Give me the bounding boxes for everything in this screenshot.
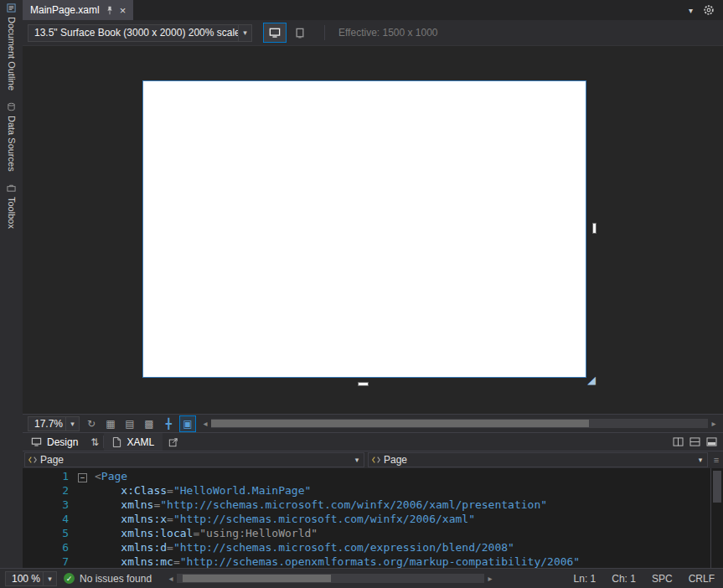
- gear-icon[interactable]: [703, 4, 715, 16]
- breadcrumb-left-value: Page: [40, 454, 350, 466]
- swap-panes-icon[interactable]: ⇅: [86, 436, 103, 448]
- xml-element-icon: [369, 455, 384, 465]
- issues-indicator[interactable]: ✓ No issues found: [64, 573, 152, 585]
- resize-handle-right[interactable]: [592, 223, 596, 234]
- status-bar: 100 % ▾ ✓ No issues found ◂ ▸ Ln: 1 Ch: …: [0, 568, 723, 588]
- fold-margin: [76, 526, 90, 540]
- scroll-left-icon[interactable]: ◂: [199, 419, 211, 428]
- designer-horizontal-scrollbar[interactable]: ◂ ▸: [199, 419, 720, 428]
- chevron-down-icon[interactable]: ▾: [65, 417, 79, 431]
- sidebar-tab-document-outline[interactable]: Document Outline: [7, 3, 17, 90]
- document-tab-bar: MainPage.xaml × ▾: [23, 0, 723, 20]
- fold-collapse-icon[interactable]: −: [78, 473, 87, 482]
- scrollbar-thumb[interactable]: [211, 420, 589, 427]
- scrollbar-track[interactable]: [211, 419, 708, 428]
- sidebar-tab-label: Toolbox: [7, 197, 17, 229]
- designer-zoom-value: 17.7%: [28, 418, 65, 430]
- document-tab-label: MainPage.xaml: [30, 4, 100, 16]
- line-number[interactable]: 5: [23, 526, 76, 540]
- vertical-split-icon[interactable]: [673, 437, 684, 446]
- designer-status-bar: 17.7% ▾ ↻ ▦ ▤ ▩ ╋ ▣ ◂ ▸: [23, 414, 723, 432]
- designer-zoom-dropdown[interactable]: 17.7% ▾: [28, 416, 80, 431]
- collapse-pane-icon[interactable]: [706, 437, 717, 446]
- refresh-icon[interactable]: ↻: [84, 416, 99, 431]
- breadcrumb-right-value: Page: [384, 454, 694, 466]
- editor-split-grip-icon[interactable]: ≡: [710, 455, 723, 465]
- code-text: xmlns:d="http://schemas.microsoft.com/ex…: [90, 540, 514, 554]
- line-ending-indicator[interactable]: CRLF: [689, 573, 715, 585]
- tab-design[interactable]: Design: [23, 433, 86, 451]
- chevron-down-icon[interactable]: ▾: [350, 456, 364, 464]
- code-line[interactable]: 2 x:Class="HelloWorld.MainPage": [23, 483, 710, 498]
- code-text: x:Class="HelloWorld.MainPage": [90, 483, 311, 498]
- chevron-down-icon[interactable]: ▾: [238, 25, 251, 41]
- code-line[interactable]: 3 xmlns="http://schemas.microsoft.com/wi…: [23, 498, 710, 512]
- code-line[interactable]: 6 xmlns:d="http://schemas.microsoft.com/…: [23, 540, 710, 554]
- main-area: Document Outline Data Sources Toolbox Ma…: [0, 0, 723, 568]
- page-artboard[interactable]: [142, 80, 586, 378]
- design-tab-label: Design: [47, 436, 78, 448]
- pin-icon[interactable]: [106, 6, 114, 15]
- code-lines: 1−<Page2 x:Class="HelloWorld.MainPage"3 …: [23, 468, 710, 568]
- snap-to-grid-icon[interactable]: ▤: [122, 416, 137, 431]
- sidebar-tab-toolbox[interactable]: Toolbox: [7, 183, 17, 229]
- scrollbar-thumb[interactable]: [183, 575, 330, 582]
- editor-zoom-dropdown[interactable]: 100 % ▾: [5, 571, 57, 586]
- portrait-orientation-button[interactable]: [289, 23, 311, 42]
- code-line[interactable]: 4 xmlns:x="http://schemas.microsoft.com/…: [23, 512, 710, 526]
- fold-margin: [76, 512, 90, 526]
- code-text: <Page: [90, 469, 127, 483]
- fold-margin: [76, 540, 90, 554]
- line-number[interactable]: 2: [23, 483, 76, 498]
- window-list-chevron-icon[interactable]: ▾: [689, 6, 693, 15]
- scroll-left-icon[interactable]: ◂: [165, 574, 177, 583]
- line-number[interactable]: 7: [23, 554, 76, 568]
- scroll-right-icon[interactable]: ▸: [708, 419, 720, 428]
- editor-horizontal-scrollbar[interactable]: ◂ ▸: [165, 574, 496, 583]
- horizontal-split-icon[interactable]: [689, 437, 700, 446]
- fold-margin: −: [76, 469, 90, 483]
- space-mode-indicator[interactable]: SPC: [652, 573, 673, 585]
- enable-project-code-icon[interactable]: ▣: [180, 416, 195, 431]
- line-number[interactable]: 4: [23, 512, 76, 526]
- code-line[interactable]: 7 xmlns:mc="http://schemas.openxmlformat…: [23, 554, 710, 568]
- chevron-down-icon[interactable]: ▾: [694, 456, 707, 464]
- snap-to-snaplines-icon[interactable]: ╋: [161, 416, 176, 431]
- resize-handle-bottom[interactable]: [358, 382, 369, 386]
- editor-vertical-scrollbar[interactable]: [710, 468, 723, 568]
- code-line[interactable]: 1−<Page: [23, 469, 710, 483]
- xaml-code-editor[interactable]: 1−<Page2 x:Class="HelloWorld.MainPage"3 …: [23, 468, 723, 568]
- toolbar-separator: [324, 25, 325, 40]
- scrollbar-track[interactable]: [177, 574, 484, 583]
- line-number[interactable]: 6: [23, 540, 76, 554]
- line-number[interactable]: 1: [23, 469, 76, 483]
- device-selector-value: 13.5" Surface Book (3000 x 2000) 200% sc…: [28, 27, 238, 39]
- device-selector-dropdown[interactable]: 13.5" Surface Book (3000 x 2000) 200% sc…: [28, 24, 252, 42]
- element-breadcrumb-left[interactable]: Page ▾: [24, 452, 364, 467]
- code-text: xmlns:x="http://schemas.microsoft.com/wi…: [90, 512, 475, 526]
- fold-margin: [76, 498, 90, 512]
- xaml-document-icon: [112, 436, 121, 447]
- toggle-artboard-background-icon[interactable]: ▩: [142, 416, 157, 431]
- show-grid-icon[interactable]: ▦: [103, 416, 118, 431]
- close-icon[interactable]: ×: [120, 5, 127, 16]
- chevron-down-icon[interactable]: ▾: [43, 572, 56, 585]
- landscape-orientation-button[interactable]: [264, 23, 286, 42]
- fold-margin: [76, 483, 90, 498]
- sidebar-tab-data-sources[interactable]: Data Sources: [7, 102, 17, 172]
- fold-margin: [76, 554, 90, 568]
- code-line[interactable]: 5 xmlns:local="using:HelloWorld": [23, 526, 710, 540]
- tab-xaml[interactable]: XAML: [104, 433, 163, 451]
- document-tab-mainpage[interactable]: MainPage.xaml ×: [23, 0, 133, 20]
- element-breadcrumb-right[interactable]: Page ▾: [368, 452, 708, 467]
- document-outline-icon: [7, 3, 16, 13]
- scrollbar-thumb[interactable]: [713, 471, 721, 503]
- popout-editor-icon[interactable]: [163, 437, 184, 447]
- issues-label: No issues found: [80, 573, 152, 585]
- line-number[interactable]: 3: [23, 498, 76, 512]
- resize-grip-corner-icon[interactable]: ◢: [587, 374, 596, 385]
- xaml-breadcrumb-bar: Page ▾ Page ▾ ≡: [23, 451, 723, 468]
- design-monitor-icon: [31, 437, 42, 447]
- document-area: MainPage.xaml × ▾ 13.5" Surface Book (30…: [23, 0, 723, 568]
- scroll-right-icon[interactable]: ▸: [484, 574, 496, 583]
